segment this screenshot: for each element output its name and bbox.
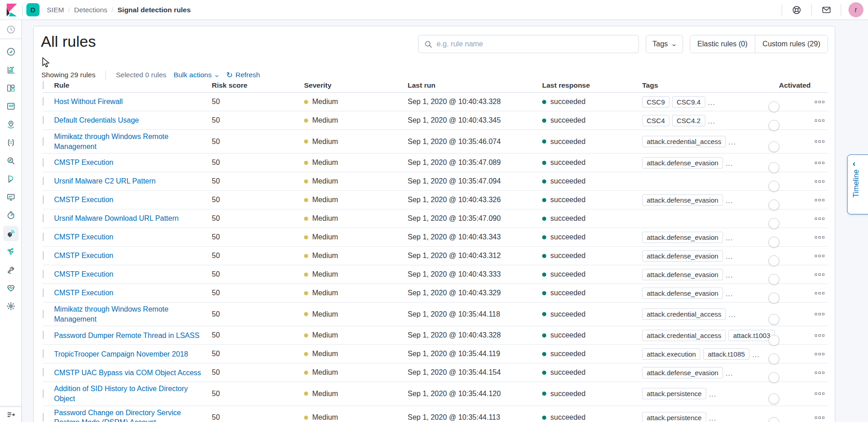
tag-badge: attack.persistence	[642, 412, 706, 422]
collapse-navigation-icon[interactable]	[0, 407, 21, 422]
help-icon[interactable]	[786, 0, 808, 20]
sidebar-item-discover[interactable]	[0, 43, 22, 61]
row-checkbox[interactable]	[43, 116, 44, 124]
table-row: Ursnif Malware C2 URL Pattern 50 Medium …	[43, 172, 828, 191]
row-actions-icon[interactable]	[815, 372, 824, 374]
rule-name-link[interactable]: CMSTP UAC Bypass via COM Object Access	[54, 366, 201, 380]
row-checkbox[interactable]	[43, 158, 44, 167]
sidebar-item-uptime[interactable]	[0, 206, 22, 224]
row-checkbox[interactable]	[43, 137, 44, 146]
elastic-rules-filter-button[interactable]: Elastic rules (0)	[690, 35, 755, 53]
rule-name-link[interactable]: Password Dumper Remote Thread in LSASS	[54, 329, 200, 343]
row-checkbox[interactable]	[43, 251, 44, 260]
row-actions-icon[interactable]	[815, 417, 824, 419]
breadcrumb-siem[interactable]: SIEM	[47, 6, 64, 14]
risk-score-cell: 50	[212, 138, 304, 146]
row-actions-icon[interactable]	[815, 119, 824, 122]
rule-name-link[interactable]: CMSTP Execution	[54, 268, 113, 281]
table-row: CMSTP Execution 50 Medium Sep 1, 2020 @ …	[43, 265, 828, 284]
tags-filter-button[interactable]: Tags ⌄	[646, 35, 683, 53]
response-label: succeeded	[550, 138, 585, 146]
row-actions-icon[interactable]	[815, 334, 824, 337]
row-checkbox[interactable]	[43, 331, 44, 339]
row-actions-icon[interactable]	[815, 101, 824, 103]
rule-name-link[interactable]: Password Change on Directory Service Res…	[54, 406, 204, 422]
row-actions-icon[interactable]	[815, 218, 824, 220]
row-checkbox[interactable]	[43, 270, 44, 278]
row-actions-icon[interactable]	[815, 255, 824, 257]
select-all-checkbox[interactable]	[43, 81, 44, 89]
rule-name-link[interactable]: TropicTrooper Campaign November 2018	[54, 348, 188, 361]
sidebar-item-recently-viewed[interactable]	[0, 20, 21, 39]
user-avatar[interactable]: r	[848, 2, 863, 17]
custom-rules-filter-button[interactable]: Custom rules (29)	[755, 35, 828, 53]
severity-cell: Medium	[304, 159, 408, 167]
newsfeed-icon[interactable]	[815, 0, 837, 20]
row-checkbox[interactable]	[43, 97, 44, 106]
sidebar-item-maps[interactable]	[0, 115, 22, 134]
rule-name-link[interactable]: CMSTP Execution	[54, 286, 113, 300]
rule-name-link[interactable]: CMSTP Execution	[54, 193, 113, 207]
sidebar-item-canvas[interactable]	[0, 97, 22, 115]
rule-name-link[interactable]: Mimikatz through Windows Remote Manageme…	[54, 130, 204, 153]
last-response-cell: succeeded	[542, 368, 642, 377]
sidebar-item-metrics[interactable]	[0, 152, 22, 170]
sidebar-item-dashboard[interactable]	[0, 79, 22, 97]
row-actions-icon[interactable]	[815, 236, 824, 238]
response-label: succeeded	[550, 310, 585, 318]
row-checkbox[interactable]	[43, 288, 44, 297]
row-actions-icon[interactable]	[815, 353, 824, 355]
row-actions-icon[interactable]	[815, 392, 824, 395]
row-actions-icon[interactable]	[815, 273, 824, 276]
risk-score-cell: 50	[212, 159, 304, 167]
kibana-logo-icon[interactable]	[5, 3, 19, 17]
sidebar-item-logs[interactable]	[0, 170, 22, 188]
row-checkbox[interactable]	[43, 349, 44, 358]
row-checkbox[interactable]	[43, 233, 44, 241]
sidebar-item-management[interactable]	[0, 297, 22, 315]
rule-name-link[interactable]: Host Without Firewall	[54, 95, 123, 109]
severity-dot-icon	[304, 198, 308, 202]
row-actions-icon[interactable]	[815, 140, 824, 143]
row-checkbox[interactable]	[43, 177, 44, 185]
row-checkbox[interactable]	[43, 368, 44, 377]
sidebar-item-stack-monitoring[interactable]	[0, 279, 22, 297]
table-row: Ursnif Malware Download URL Pattern 50 M…	[43, 209, 828, 228]
sidebar-item-apm[interactable]	[0, 188, 22, 206]
row-actions-icon[interactable]	[815, 199, 824, 201]
row-actions-icon[interactable]	[815, 162, 824, 164]
row-checkbox[interactable]	[43, 310, 44, 318]
sidebar-item-graph[interactable]	[0, 243, 22, 261]
rule-name-link[interactable]: Addition of SID History to Active Direct…	[54, 382, 204, 405]
rule-name-link[interactable]: CMSTP Execution	[54, 230, 113, 244]
rule-name-link[interactable]: Mimikatz through Windows Remote Manageme…	[54, 303, 204, 326]
rule-name-link[interactable]: Ursnif Malware C2 URL Pattern	[54, 174, 155, 188]
space-avatar[interactable]: D	[26, 3, 40, 16]
row-checkbox[interactable]	[43, 389, 44, 398]
rule-name-link[interactable]: CMSTP Execution	[54, 156, 113, 169]
rule-search-input[interactable]	[437, 40, 633, 48]
rule-name-link[interactable]: Default Credentials Usage	[54, 114, 139, 127]
rule-name-link[interactable]: Ursnif Malware Download URL Pattern	[54, 212, 179, 225]
breadcrumb-detections[interactable]: Detections	[74, 6, 107, 14]
row-checkbox[interactable]	[43, 195, 44, 204]
row-actions-icon[interactable]	[815, 180, 824, 183]
sidebar-item-dev-tools[interactable]	[0, 261, 22, 279]
rule-name-link[interactable]: CMSTP Execution	[54, 249, 113, 263]
sidebar-item-machine-learning[interactable]	[0, 134, 22, 152]
row-actions-icon[interactable]	[815, 313, 824, 315]
sidebar-item-visualize[interactable]	[0, 61, 22, 79]
timeline-flyout-tab[interactable]: ‹ Timeline	[847, 154, 868, 214]
nav-divider	[782, 4, 782, 16]
toggle-knob	[768, 255, 779, 266]
sidebar-item-siem[interactable]	[0, 224, 22, 243]
tags-cell: attack.defense_evasion...	[642, 288, 779, 299]
row-checkbox[interactable]	[43, 413, 44, 422]
rules-table: Rule Risk score Severity Last run Last r…	[43, 79, 828, 422]
severity-label: Medium	[312, 214, 338, 223]
toggle-knob	[768, 101, 779, 112]
bulk-actions-button[interactable]: Bulk actions ⌄	[174, 71, 219, 79]
refresh-button[interactable]: ↻ Refresh	[226, 71, 260, 79]
row-checkbox[interactable]	[43, 214, 44, 223]
row-actions-icon[interactable]	[815, 292, 824, 294]
